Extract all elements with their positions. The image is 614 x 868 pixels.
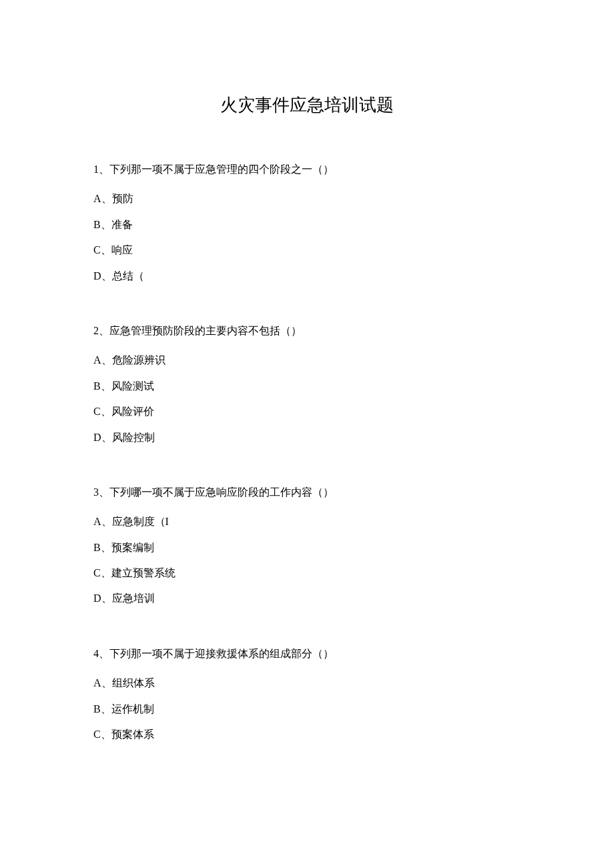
page-title: 火灾事件应急培训试题 — [93, 93, 521, 117]
question-option: A、应急制度（I — [93, 509, 521, 534]
question-option: B、准备 — [93, 212, 521, 238]
question-prompt: 3、下列哪一项不属于应急响应阶段的工作内容（） — [93, 480, 521, 505]
question-option: B、运作机制 — [93, 697, 521, 722]
question-2: 2、应急管理预防阶段的主要内容不包括（） A、危险源辨识 B、风险测试 C、风险… — [93, 318, 521, 450]
question-option: A、预防 — [93, 186, 521, 211]
question-option: C、预案体系 — [93, 722, 521, 747]
question-option: D、总结（ — [93, 264, 521, 289]
question-4: 4、下列那一项不属于迎接救援体系的组成部分（） A、组织体系 B、运作机制 C、… — [93, 641, 521, 748]
question-option: B、预案编制 — [93, 535, 521, 560]
question-option: A、危险源辨识 — [93, 348, 521, 373]
question-option: D、应急培训 — [93, 586, 521, 611]
question-option: C、建立预警系统 — [93, 560, 521, 586]
question-option: B、风险测试 — [93, 374, 521, 399]
question-3: 3、下列哪一项不属于应急响应阶段的工作内容（） A、应急制度（I B、预案编制 … — [93, 480, 521, 612]
question-option: C、响应 — [93, 238, 521, 263]
question-1: 1、下列那一项不属于应急管理的四个阶段之一（） A、预防 B、准备 C、响应 D… — [93, 157, 521, 289]
question-prompt: 1、下列那一项不属于应急管理的四个阶段之一（） — [93, 157, 521, 182]
question-option: C、风险评价 — [93, 399, 521, 424]
question-option: D、风险控制 — [93, 425, 521, 450]
question-prompt: 2、应急管理预防阶段的主要内容不包括（） — [93, 318, 521, 344]
question-prompt: 4、下列那一项不属于迎接救援体系的组成部分（） — [93, 641, 521, 667]
question-option: A、组织体系 — [93, 671, 521, 696]
